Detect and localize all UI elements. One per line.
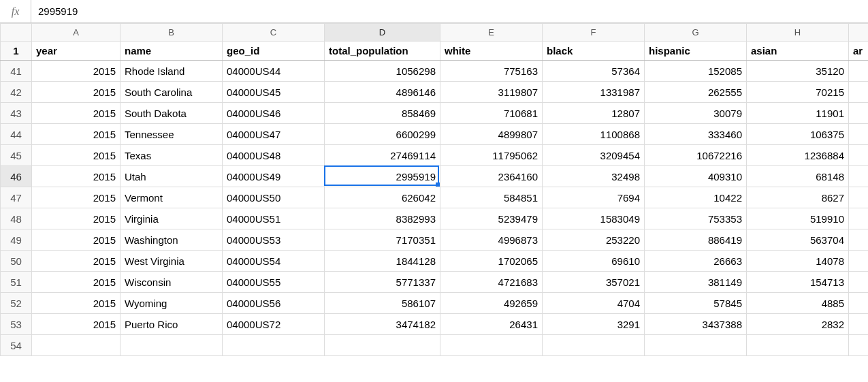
cell[interactable]: 1583049 (543, 208, 645, 229)
col-header-G[interactable]: G (645, 24, 747, 42)
cell[interactable]: 2832 (747, 314, 849, 335)
cell[interactable]: 1056298 (325, 61, 440, 82)
row-header[interactable]: 52 (1, 293, 32, 314)
cell[interactable]: 409310 (645, 166, 747, 187)
cell[interactable]: 04000US48 (223, 145, 325, 166)
cell[interactable]: 584851 (440, 187, 543, 208)
cell[interactable]: 2364160 (440, 166, 543, 187)
cell[interactable]: 858469 (325, 103, 440, 124)
cell[interactable]: 4704 (543, 293, 645, 314)
cell[interactable]: Utah (120, 166, 223, 187)
cell[interactable]: 04000US46 (223, 103, 325, 124)
cell[interactable]: 3437388 (645, 314, 747, 335)
row-header[interactable]: 44 (1, 124, 32, 145)
col-header-B[interactable]: B (120, 24, 223, 42)
col-header-F[interactable]: F (543, 24, 645, 42)
cell[interactable] (849, 208, 869, 229)
select-all-corner[interactable] (1, 24, 32, 42)
cell[interactable]: 154713 (747, 272, 849, 293)
cell[interactable]: 2015 (32, 103, 120, 124)
cell[interactable]: 69610 (543, 251, 645, 272)
cell[interactable]: 27469114 (325, 145, 440, 166)
cell[interactable]: 357021 (543, 272, 645, 293)
cell[interactable] (440, 335, 543, 356)
cell[interactable]: West Virginia (120, 251, 223, 272)
cell[interactable] (849, 124, 869, 145)
cell[interactable]: 11901 (747, 103, 849, 124)
cell[interactable] (747, 335, 849, 356)
cell[interactable]: Wyoming (120, 293, 223, 314)
cell[interactable]: ar (849, 42, 869, 61)
cell[interactable]: total_population (325, 42, 440, 61)
cell[interactable]: 7170351 (325, 229, 440, 251)
cell[interactable]: 4899807 (440, 124, 543, 145)
cell[interactable]: black (543, 42, 645, 61)
cell[interactable]: 04000US45 (223, 82, 325, 103)
cell[interactable]: 57364 (543, 61, 645, 82)
cell[interactable]: 253220 (543, 229, 645, 251)
cell[interactable]: 04000US53 (223, 229, 325, 251)
cell[interactable]: 3209454 (543, 145, 645, 166)
cell[interactable]: 775163 (440, 61, 543, 82)
cell[interactable] (849, 272, 869, 293)
cell[interactable]: Virginia (120, 208, 223, 229)
cell[interactable]: 3474182 (325, 314, 440, 335)
cell[interactable]: white (440, 42, 543, 61)
cell[interactable]: 5239479 (440, 208, 543, 229)
cell[interactable]: 2015 (32, 166, 120, 187)
cell[interactable]: 04000US47 (223, 124, 325, 145)
cell[interactable]: name (120, 42, 223, 61)
row-header[interactable]: 51 (1, 272, 32, 293)
cell[interactable]: 68148 (747, 166, 849, 187)
cell[interactable]: 2015 (32, 187, 120, 208)
row-header[interactable]: 41 (1, 61, 32, 82)
cell[interactable]: Washington (120, 229, 223, 251)
cell[interactable] (849, 187, 869, 208)
cell[interactable]: year (32, 42, 120, 61)
cell[interactable]: 04000US51 (223, 208, 325, 229)
cell[interactable]: Tennessee (120, 124, 223, 145)
cell[interactable]: 4885 (747, 293, 849, 314)
cell[interactable]: 1100868 (543, 124, 645, 145)
row-header[interactable]: 45 (1, 145, 32, 166)
cell[interactable] (849, 166, 869, 187)
cell[interactable]: 262555 (645, 82, 747, 103)
cell[interactable]: 35120 (747, 61, 849, 82)
cell[interactable]: 1236884 (747, 145, 849, 166)
cell[interactable]: 381149 (645, 272, 747, 293)
row-header[interactable]: 46 (1, 166, 32, 187)
row-header[interactable]: 47 (1, 187, 32, 208)
cell[interactable] (223, 335, 325, 356)
cell[interactable] (32, 335, 120, 356)
cell[interactable]: 70215 (747, 82, 849, 103)
row-header[interactable]: 49 (1, 229, 32, 251)
row-header-1[interactable]: 1 (1, 42, 32, 61)
cell[interactable]: 333460 (645, 124, 747, 145)
row-header[interactable]: 50 (1, 251, 32, 272)
cell[interactable]: 2015 (32, 314, 120, 335)
cell[interactable]: 04000US56 (223, 293, 325, 314)
col-header-A[interactable]: A (32, 24, 120, 42)
cell[interactable]: 2015 (32, 124, 120, 145)
cell[interactable]: 4896146 (325, 82, 440, 103)
cell[interactable]: 11795062 (440, 145, 543, 166)
cell[interactable]: 04000US54 (223, 251, 325, 272)
formula-input[interactable] (31, 0, 868, 22)
col-header-D[interactable]: D (325, 24, 440, 42)
cell[interactable]: 12807 (543, 103, 645, 124)
cell[interactable]: 2015 (32, 82, 120, 103)
cell[interactable]: 492659 (440, 293, 543, 314)
cell[interactable]: Vermont (120, 187, 223, 208)
cell[interactable]: hispanic (645, 42, 747, 61)
cell[interactable]: 2015 (32, 293, 120, 314)
cell[interactable]: 3291 (543, 314, 645, 335)
cell[interactable]: 152085 (645, 61, 747, 82)
cell[interactable] (849, 145, 869, 166)
cell[interactable] (849, 314, 869, 335)
cell[interactable]: 2015 (32, 145, 120, 166)
cell[interactable]: 57845 (645, 293, 747, 314)
cell[interactable]: geo_id (223, 42, 325, 61)
cell[interactable]: 2015 (32, 272, 120, 293)
cell[interactable]: 8382993 (325, 208, 440, 229)
cell[interactable]: 04000US55 (223, 272, 325, 293)
